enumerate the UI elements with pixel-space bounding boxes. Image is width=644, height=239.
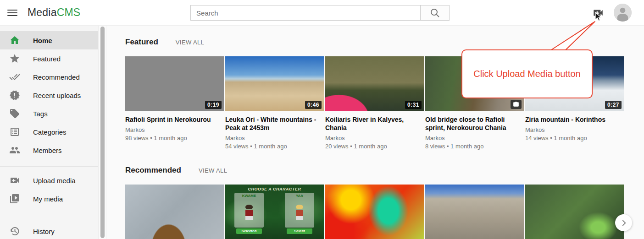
annotation-tooltip: Click Upload Media button xyxy=(461,49,593,98)
logo-text-media: Media xyxy=(28,6,57,18)
video-meta: 14 views • 1 month ago xyxy=(525,135,624,142)
sidebar-item-label: Upload media xyxy=(33,177,76,185)
media-card[interactable] xyxy=(525,185,624,239)
section-title: Recommended xyxy=(125,166,181,175)
sidebar-item-recommended[interactable]: Recommended xyxy=(0,68,98,86)
sidebar-scrollbar-thumb[interactable] xyxy=(100,27,105,238)
sidebar-item-featured[interactable]: Featured xyxy=(0,49,98,68)
video-thumbnail[interactable]: 0:46 xyxy=(225,56,324,111)
thumbnail-caption: CHOOSE A CHARACTER xyxy=(225,187,324,191)
video-thumbnail[interactable] xyxy=(325,185,424,239)
duration-badge: 0:31 xyxy=(405,101,422,109)
sidebar-item-members[interactable]: Members xyxy=(0,141,98,159)
video-thumbnail[interactable]: 0:19 xyxy=(125,56,224,111)
sidebar-item-history[interactable]: History xyxy=(0,222,98,239)
star-icon xyxy=(9,53,20,64)
featured-section-header: Featured VIEW ALL xyxy=(125,38,644,47)
new-releases-icon xyxy=(9,90,20,101)
sidebar-scrollbar-track xyxy=(98,26,106,239)
menu-icon[interactable] xyxy=(7,8,17,18)
sidebar-item-tags[interactable]: Tags xyxy=(0,104,98,123)
logo-text-cms: CMS xyxy=(57,6,81,18)
video-thumbnail[interactable] xyxy=(125,185,224,239)
tag-icon xyxy=(9,108,20,119)
sidebar-item-label: Home xyxy=(33,37,52,44)
media-card[interactable]: CHOOSE A CHARACTER KWAME YAA Selected Se… xyxy=(225,185,324,239)
video-thumbnail[interactable]: CHOOSE A CHARACTER KWAME YAA Selected Se… xyxy=(225,185,324,239)
character-panel: YAA xyxy=(285,193,314,228)
video-title[interactable]: Old bridge close to Rafioli sprint, Nero… xyxy=(425,115,522,132)
sidebar: Home Featured Recommended Recent uploads… xyxy=(0,26,98,239)
video-author[interactable]: Markos xyxy=(525,126,624,134)
double-check-icon xyxy=(9,71,20,82)
media-card[interactable]: 0:46 Leuka Ori - White mountains - Peak … xyxy=(225,56,324,155)
upload-media-icon[interactable] xyxy=(592,7,605,19)
person-icon xyxy=(614,4,632,22)
video-title[interactable]: Rafioli Sprint in Nerokourou xyxy=(125,115,222,124)
upload-media-icon xyxy=(9,175,20,186)
members-icon xyxy=(9,145,20,156)
media-card[interactable]: 0:31 Koiliaris River in Kalyves, Chania … xyxy=(325,56,424,155)
sidebar-item-home[interactable]: Home xyxy=(0,31,98,49)
duration-badge: 0:19 xyxy=(205,101,222,109)
search-icon xyxy=(429,7,440,18)
duration-badge: 0:46 xyxy=(305,101,322,109)
sidebar-item-label: Featured xyxy=(33,55,61,63)
photo-badge xyxy=(511,100,522,109)
search-input[interactable] xyxy=(190,5,421,21)
video-title[interactable]: Leuka Ori - White mountains - Peak at 24… xyxy=(225,115,322,132)
video-title[interactable]: Koiliaris River in Kalyves, Chania xyxy=(325,115,422,132)
sidebar-item-upload-media[interactable]: Upload media xyxy=(0,171,98,190)
user-avatar[interactable] xyxy=(614,4,632,22)
camera-icon xyxy=(513,101,519,108)
video-library-icon xyxy=(9,193,20,204)
top-app-bar: MediaCMS xyxy=(0,0,644,26)
video-title[interactable]: Ziria mountain - Korinthos xyxy=(525,115,622,124)
video-meta: 98 views • 1 month ago xyxy=(125,135,224,142)
sidebar-item-categories[interactable]: Categories xyxy=(0,123,98,141)
video-thumbnail[interactable]: 0:31 xyxy=(325,56,424,111)
video-thumbnail[interactable] xyxy=(525,185,624,239)
recommended-view-all-link[interactable]: VIEW ALL xyxy=(199,167,227,174)
sidebar-item-label: History xyxy=(33,228,55,235)
media-card[interactable] xyxy=(425,185,524,239)
duration-badge: 0:27 xyxy=(605,101,622,109)
section-title: Featured xyxy=(125,38,158,47)
recommended-row: CHOOSE A CHARACTER KWAME YAA Selected Se… xyxy=(125,185,644,239)
featured-view-all-link[interactable]: VIEW ALL xyxy=(176,39,204,46)
app-logo[interactable]: MediaCMS xyxy=(28,6,80,19)
annotation-text: Click Upload Media button xyxy=(473,69,580,79)
search-button[interactable] xyxy=(421,5,450,21)
categories-icon xyxy=(9,126,20,137)
recommended-section-header: Recommended VIEW ALL xyxy=(125,166,644,175)
video-meta: 20 views • 1 month ago xyxy=(325,143,424,150)
sidebar-item-label: Tags xyxy=(33,110,48,118)
media-card[interactable] xyxy=(325,185,424,239)
carousel-next-button[interactable] xyxy=(615,214,632,231)
home-icon xyxy=(9,35,20,46)
video-meta: 54 views • 1 month ago xyxy=(225,143,324,150)
sidebar-item-my-media[interactable]: My media xyxy=(0,190,98,208)
video-author[interactable]: Markos xyxy=(225,135,324,142)
video-author[interactable]: Markos xyxy=(125,126,224,134)
video-meta: 8 views • 1 month ago xyxy=(425,143,524,150)
video-author[interactable]: Markos xyxy=(325,135,424,142)
sidebar-item-label: Recent uploads xyxy=(33,92,81,99)
sidebar-item-label: Members xyxy=(33,147,62,154)
sidebar-item-recent-uploads[interactable]: Recent uploads xyxy=(0,86,98,104)
sidebar-item-label: Recommended xyxy=(33,73,80,81)
character-panel: KWAME xyxy=(234,193,264,228)
media-card[interactable]: 0:19 Rafioli Sprint in Nerokourou Markos… xyxy=(125,56,224,155)
search-bar xyxy=(190,5,450,21)
sidebar-item-label: Categories xyxy=(33,128,67,136)
chevron-right-icon xyxy=(619,218,628,228)
video-thumbnail[interactable] xyxy=(425,185,524,239)
sidebar-item-label: My media xyxy=(33,195,63,203)
video-author[interactable]: Markos xyxy=(425,135,524,142)
history-icon xyxy=(9,226,20,237)
media-card[interactable] xyxy=(125,185,224,239)
